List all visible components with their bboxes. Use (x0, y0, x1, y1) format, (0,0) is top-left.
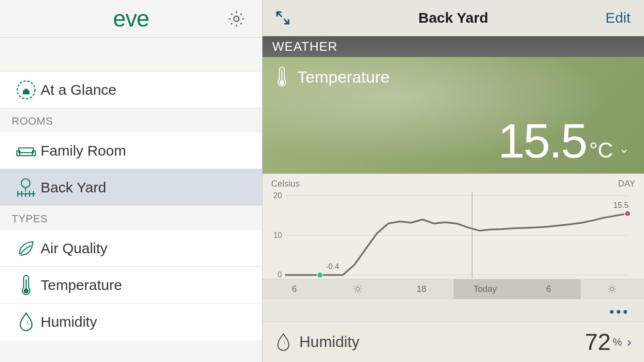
chart-period-label: DAY (618, 179, 635, 189)
temperature-title: Temperature (297, 68, 390, 87)
brand-logo: eve (113, 5, 149, 32)
sidebar-item-humidity[interactable]: Humidity (0, 304, 262, 340)
expand-arrows-icon (273, 8, 293, 28)
temperature-card[interactable]: Temperature 15.5 °C ⌄ (263, 57, 644, 174)
thermometer-icon (19, 274, 33, 297)
timeline-cell[interactable]: 18 (390, 279, 454, 299)
expand-button[interactable] (273, 8, 293, 28)
chevron-down-icon: ⌄ (619, 141, 629, 156)
sun-icon (352, 284, 363, 294)
svg-point-11 (317, 272, 323, 278)
sidebar-item-label: Family Room (41, 143, 126, 159)
chart-divider-line (472, 192, 472, 279)
droplet-icon (275, 332, 292, 352)
humidity-unit: % (613, 336, 622, 348)
humidity-title: Humidity (299, 333, 585, 351)
svg-point-15 (356, 288, 360, 291)
sidebar-item-at-a-glance[interactable]: At a Glance (0, 72, 262, 108)
tree-fence-icon (15, 176, 37, 199)
sidebar-item-temperature[interactable]: Temperature (0, 267, 262, 304)
sidebar-item-label: Humidity (41, 314, 97, 330)
chart-svg: 01020-0.415.5 (269, 192, 637, 279)
section-weather-header: WEATHER (263, 36, 644, 57)
sidebar-section-types: TYPES (0, 206, 262, 230)
svg-text:0: 0 (278, 271, 282, 279)
chevron-right-icon: › (627, 334, 631, 350)
timeline-cell[interactable] (326, 279, 390, 299)
timeline-cell[interactable]: 6 (517, 279, 581, 299)
svg-point-4 (280, 81, 284, 85)
svg-text:10: 10 (273, 231, 282, 239)
temperature-value: 15.5 (498, 113, 586, 169)
sidebar-item-label: Air Quality (41, 240, 107, 257)
settings-button[interactable] (225, 8, 248, 30)
gear-icon (227, 9, 246, 29)
temperature-chart[interactable]: Celsius DAY 01020-0.415.5 (263, 174, 644, 279)
svg-point-13 (625, 211, 630, 217)
more-options-button[interactable]: ••• (263, 299, 644, 321)
nav-spacer (0, 38, 262, 72)
sofa-icon (15, 141, 37, 160)
page-title: Back Yard (418, 10, 488, 26)
sidebar: eve At a Glance ROOMS (0, 0, 262, 362)
timeline-cell[interactable] (581, 279, 644, 299)
svg-text:-0.4: -0.4 (326, 262, 339, 271)
temperature-unit: °C (589, 138, 613, 162)
thermometer-icon (275, 66, 289, 88)
timeline-cell[interactable]: 6 (263, 279, 326, 299)
sidebar-item-back-yard[interactable]: Back Yard (0, 169, 262, 206)
leaf-icon (15, 238, 37, 259)
edit-button[interactable]: Edit (605, 10, 630, 26)
sidebar-section-rooms: ROOMS (0, 108, 262, 132)
humidity-card[interactable]: Humidity 72 % › (263, 321, 644, 362)
svg-text:20: 20 (273, 192, 282, 200)
chart-timeline[interactable]: 618Today6 (263, 279, 644, 299)
home-badge-icon (15, 79, 37, 101)
svg-point-3 (24, 289, 28, 293)
main-header: Back Yard Edit (263, 0, 644, 36)
droplet-icon (17, 311, 35, 333)
main-panel: Back Yard Edit WEATHER Temperature 15.5 … (262, 0, 644, 362)
sun-icon (607, 284, 617, 294)
svg-point-2 (21, 179, 30, 188)
sidebar-item-air-quality[interactable]: Air Quality (0, 230, 262, 267)
timeline-cell[interactable]: Today (454, 279, 517, 299)
sidebar-item-label: At a Glance (41, 82, 117, 98)
sidebar-header: eve (0, 0, 262, 38)
svg-point-0 (234, 16, 239, 21)
sidebar-item-label: Temperature (41, 277, 122, 293)
chart-y-label: Celsius (271, 179, 300, 189)
humidity-value: 72 (585, 329, 611, 355)
sidebar-item-family-room[interactable]: Family Room (0, 132, 262, 169)
sidebar-item-label: Back Yard (41, 179, 106, 196)
svg-text:15.5: 15.5 (614, 201, 629, 209)
svg-point-16 (611, 288, 614, 291)
